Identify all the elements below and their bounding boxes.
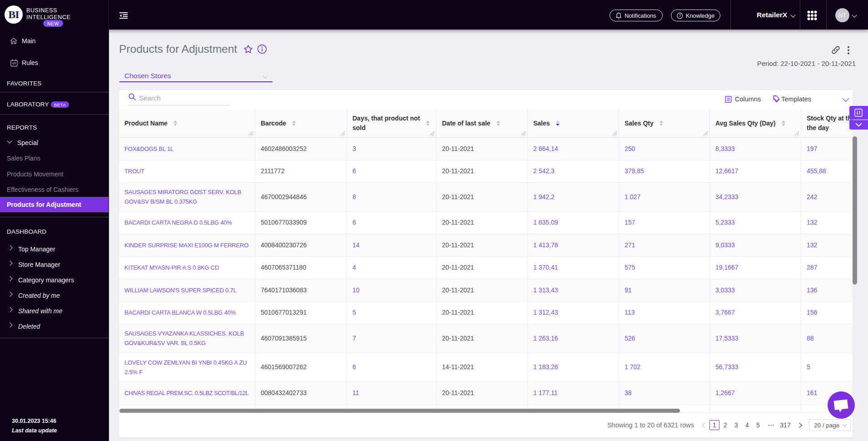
- svg-text:?: ?: [679, 13, 681, 18]
